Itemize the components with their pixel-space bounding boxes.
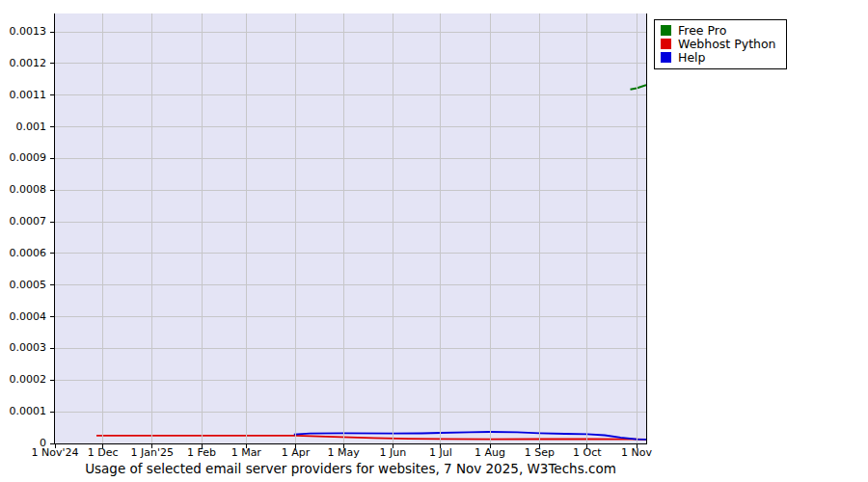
y-tick-label: 0.001 (0, 120, 46, 134)
x-tick-label: 1 Nov (606, 446, 667, 460)
gridline-horizontal (55, 316, 646, 317)
legend-item: Webhost Python (661, 38, 776, 50)
y-axis-tick (50, 284, 54, 285)
y-axis-tick (50, 380, 54, 381)
gridline-horizontal (55, 190, 646, 191)
y-axis-tick (50, 190, 54, 191)
legend-label: Help (678, 51, 706, 64)
gridline-vertical (440, 13, 441, 443)
gridline-vertical (490, 13, 491, 443)
y-tick-label: 0.0013 (0, 25, 46, 39)
legend-swatch-icon (661, 52, 671, 63)
gridline-horizontal (55, 348, 646, 349)
gridline-horizontal (55, 63, 646, 64)
gridline-vertical (343, 13, 344, 443)
gridline-horizontal (55, 412, 646, 413)
y-tick-label: 0.0003 (0, 341, 46, 355)
y-tick-label: 0.0012 (0, 57, 46, 70)
y-tick-label: 0.0002 (0, 373, 46, 387)
gridline-vertical (295, 13, 296, 443)
chart-canvas: 00.00010.00020.00030.00040.00050.00060.0… (0, 0, 868, 482)
y-axis-tick (50, 348, 54, 349)
y-axis-tick (50, 32, 54, 33)
y-tick-label: 0.0007 (0, 215, 46, 228)
gridline-vertical (539, 13, 540, 443)
series-line-webhost-python (96, 436, 646, 440)
gridline-vertical (393, 13, 393, 443)
gridline-horizontal (55, 222, 646, 223)
legend-label: Webhost Python (678, 38, 776, 50)
legend-item: Help (661, 51, 776, 64)
gridline-horizontal (55, 32, 646, 33)
gridline-vertical (102, 13, 103, 443)
y-axis-tick (50, 412, 54, 413)
y-tick-label: 0.0004 (0, 310, 46, 324)
y-tick-label: 0.0006 (0, 247, 46, 260)
y-axis-tick (50, 94, 54, 95)
series-line-free-pro (631, 85, 647, 90)
y-axis-tick (50, 316, 54, 317)
y-tick-label: 0.0011 (0, 89, 46, 102)
gridline-horizontal (55, 253, 646, 254)
gridline-horizontal (55, 158, 646, 159)
y-axis-tick (50, 158, 54, 159)
legend-label: Free Pro (678, 24, 726, 37)
y-axis-tick (50, 126, 54, 127)
gridline-vertical (151, 13, 152, 443)
y-axis-tick (50, 253, 54, 254)
gridline-horizontal (55, 380, 646, 381)
gridline-vertical (586, 13, 587, 443)
gridline-vertical (202, 13, 203, 443)
legend-swatch-icon (661, 39, 671, 49)
gridline-horizontal (55, 94, 646, 95)
y-tick-label: 0.0008 (0, 183, 46, 197)
gridline-horizontal (55, 284, 646, 285)
legend-item: Free Pro (661, 24, 776, 37)
legend-swatch-icon (661, 25, 671, 36)
plot-area (54, 13, 647, 444)
legend: Free ProWebhost PythonHelp (654, 19, 787, 69)
gridline-vertical (246, 13, 247, 443)
chart-title: Usage of selected email server providers… (54, 461, 647, 477)
y-tick-label: 0.0005 (0, 279, 46, 292)
gridline-horizontal (55, 126, 646, 127)
gridline-vertical (637, 13, 637, 443)
y-axis-tick (50, 63, 54, 64)
y-axis-tick (50, 443, 54, 444)
y-tick-label: 0.0001 (0, 405, 46, 418)
y-tick-label: 0.0009 (0, 151, 46, 165)
y-axis-tick (50, 222, 54, 223)
